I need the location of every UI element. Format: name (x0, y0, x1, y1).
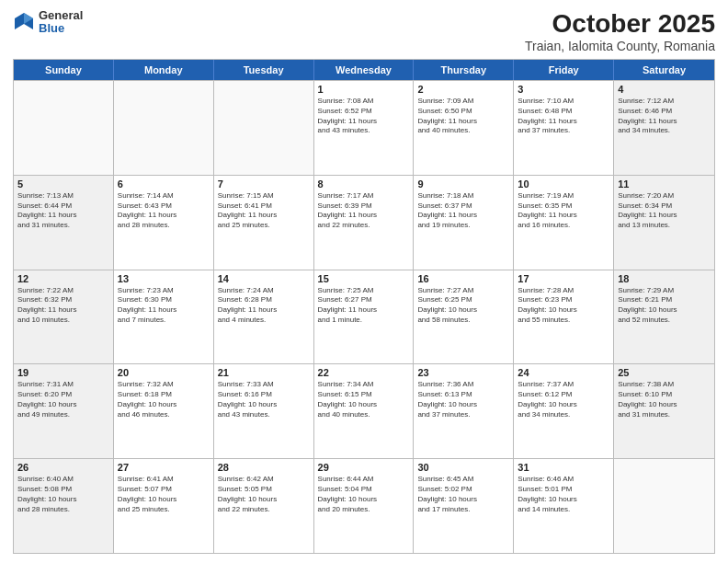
calendar-cell: 8Sunrise: 7:17 AM Sunset: 6:39 PM Daylig… (314, 176, 415, 270)
day-number: 12 (17, 273, 109, 284)
day-number: 30 (417, 462, 509, 473)
day-info: Sunrise: 7:37 AM Sunset: 6:12 PM Dayligh… (518, 380, 609, 419)
calendar-cell (114, 81, 214, 175)
calendar-cell: 25Sunrise: 7:38 AM Sunset: 6:10 PM Dayli… (614, 364, 714, 458)
day-info: Sunrise: 7:22 AM Sunset: 6:32 PM Dayligh… (17, 286, 109, 326)
calendar-week-row: 12Sunrise: 7:22 AM Sunset: 6:32 PM Dayli… (14, 270, 714, 364)
calendar-week-row: 26Sunrise: 6:40 AM Sunset: 5:08 PM Dayli… (14, 458, 714, 553)
day-info: Sunrise: 7:17 AM Sunset: 6:39 PM Dayligh… (318, 191, 410, 231)
day-info: Sunrise: 7:32 AM Sunset: 6:18 PM Dayligh… (118, 380, 210, 419)
calendar-week-row: 5Sunrise: 7:13 AM Sunset: 6:44 PM Daylig… (14, 175, 714, 270)
day-number: 31 (518, 462, 609, 473)
calendar-cell: 15Sunrise: 7:25 AM Sunset: 6:27 PM Dayli… (314, 270, 415, 364)
logo: General Blue (13, 9, 83, 36)
day-info: Sunrise: 7:19 AM Sunset: 6:35 PM Dayligh… (518, 191, 609, 231)
day-info: Sunrise: 7:15 AM Sunset: 6:41 PM Dayligh… (218, 191, 310, 231)
day-info: Sunrise: 7:14 AM Sunset: 6:43 PM Dayligh… (118, 191, 210, 231)
day-number: 7 (218, 178, 310, 190)
day-number: 3 (518, 84, 609, 95)
calendar-cell: 31Sunrise: 6:46 AM Sunset: 5:01 PM Dayli… (514, 459, 614, 553)
day-info: Sunrise: 7:36 AM Sunset: 6:13 PM Dayligh… (417, 380, 509, 419)
calendar-cell: 14Sunrise: 7:24 AM Sunset: 6:28 PM Dayli… (214, 270, 314, 364)
calendar-cell: 1Sunrise: 7:08 AM Sunset: 6:52 PM Daylig… (314, 81, 415, 175)
day-info: Sunrise: 7:28 AM Sunset: 6:23 PM Dayligh… (518, 286, 609, 326)
calendar-week-row: 19Sunrise: 7:31 AM Sunset: 6:20 PM Dayli… (14, 363, 714, 458)
day-number: 11 (618, 178, 711, 190)
logo-blue-text: Blue (39, 22, 83, 35)
day-number: 15 (318, 273, 410, 284)
day-number: 29 (318, 462, 410, 473)
calendar-cell: 2Sunrise: 7:09 AM Sunset: 6:50 PM Daylig… (414, 81, 514, 175)
calendar-cell (14, 81, 114, 175)
calendar-cell: 4Sunrise: 7:12 AM Sunset: 6:46 PM Daylig… (614, 81, 714, 175)
day-number: 8 (318, 178, 410, 190)
day-info: Sunrise: 7:33 AM Sunset: 6:16 PM Dayligh… (218, 380, 310, 419)
day-number: 20 (118, 367, 210, 378)
calendar-cell: 30Sunrise: 6:45 AM Sunset: 5:02 PM Dayli… (414, 459, 514, 553)
calendar-cell: 3Sunrise: 7:10 AM Sunset: 6:48 PM Daylig… (514, 81, 614, 175)
calendar-week-row: 1Sunrise: 7:08 AM Sunset: 6:52 PM Daylig… (14, 80, 714, 175)
day-info: Sunrise: 6:45 AM Sunset: 5:02 PM Dayligh… (417, 475, 509, 514)
day-info: Sunrise: 6:41 AM Sunset: 5:07 PM Dayligh… (118, 475, 210, 514)
logo-text: General Blue (39, 9, 83, 36)
day-number: 28 (218, 462, 310, 473)
calendar-cell: 5Sunrise: 7:13 AM Sunset: 6:44 PM Daylig… (14, 176, 114, 270)
day-number: 16 (417, 273, 509, 284)
day-info: Sunrise: 7:38 AM Sunset: 6:10 PM Dayligh… (618, 380, 711, 419)
day-number: 24 (518, 367, 609, 378)
calendar-cell: 22Sunrise: 7:34 AM Sunset: 6:15 PM Dayli… (314, 364, 415, 458)
day-number: 27 (118, 462, 210, 473)
header: General Blue October 2025 Traian, Ialomi… (13, 9, 715, 53)
page-title: October 2025 (525, 9, 715, 39)
calendar-cell: 27Sunrise: 6:41 AM Sunset: 5:07 PM Dayli… (114, 459, 214, 553)
calendar-cell: 28Sunrise: 6:42 AM Sunset: 5:05 PM Dayli… (214, 459, 314, 553)
calendar-cell: 29Sunrise: 6:44 AM Sunset: 5:04 PM Dayli… (314, 459, 415, 553)
calendar-cell: 6Sunrise: 7:14 AM Sunset: 6:43 PM Daylig… (114, 176, 214, 270)
day-info: Sunrise: 7:10 AM Sunset: 6:48 PM Dayligh… (518, 97, 609, 136)
day-info: Sunrise: 7:25 AM Sunset: 6:27 PM Dayligh… (318, 286, 410, 326)
calendar-cell: 19Sunrise: 7:31 AM Sunset: 6:20 PM Dayli… (14, 364, 114, 458)
day-number: 25 (618, 367, 711, 378)
day-info: Sunrise: 7:20 AM Sunset: 6:34 PM Dayligh… (618, 191, 711, 231)
day-info: Sunrise: 7:34 AM Sunset: 6:15 PM Dayligh… (318, 380, 410, 419)
day-number: 10 (518, 178, 609, 190)
calendar-cell: 10Sunrise: 7:19 AM Sunset: 6:35 PM Dayli… (514, 176, 614, 270)
logo-general-text: General (39, 9, 83, 22)
calendar-day-header: Tuesday (214, 60, 314, 80)
day-number: 9 (417, 178, 509, 190)
day-number: 5 (17, 178, 109, 190)
day-number: 1 (318, 84, 410, 95)
calendar-cell: 7Sunrise: 7:15 AM Sunset: 6:41 PM Daylig… (214, 176, 314, 270)
day-info: Sunrise: 7:24 AM Sunset: 6:28 PM Dayligh… (218, 286, 310, 326)
calendar-cell: 18Sunrise: 7:29 AM Sunset: 6:21 PM Dayli… (614, 270, 714, 364)
day-info: Sunrise: 7:13 AM Sunset: 6:44 PM Dayligh… (17, 191, 109, 231)
page: General Blue October 2025 Traian, Ialomi… (0, 0, 728, 563)
day-number: 19 (17, 367, 109, 378)
day-number: 21 (218, 367, 310, 378)
day-info: Sunrise: 6:44 AM Sunset: 5:04 PM Dayligh… (318, 475, 410, 514)
calendar-cell: 20Sunrise: 7:32 AM Sunset: 6:18 PM Dayli… (114, 364, 214, 458)
calendar-header: SundayMondayTuesdayWednesdayThursdayFrid… (14, 60, 714, 80)
day-number: 23 (417, 367, 509, 378)
day-info: Sunrise: 7:18 AM Sunset: 6:37 PM Dayligh… (417, 191, 509, 231)
logo-icon (13, 11, 35, 33)
day-number: 13 (118, 273, 210, 284)
calendar-cell: 11Sunrise: 7:20 AM Sunset: 6:34 PM Dayli… (614, 176, 714, 270)
calendar-cell (614, 459, 714, 553)
calendar-cell: 24Sunrise: 7:37 AM Sunset: 6:12 PM Dayli… (514, 364, 614, 458)
calendar-cell: 12Sunrise: 7:22 AM Sunset: 6:32 PM Dayli… (14, 270, 114, 364)
calendar-day-header: Saturday (614, 60, 714, 80)
day-info: Sunrise: 7:29 AM Sunset: 6:21 PM Dayligh… (618, 286, 711, 326)
day-info: Sunrise: 6:40 AM Sunset: 5:08 PM Dayligh… (17, 475, 109, 514)
day-number: 18 (618, 273, 711, 284)
day-info: Sunrise: 7:09 AM Sunset: 6:50 PM Dayligh… (417, 97, 509, 136)
day-info: Sunrise: 7:23 AM Sunset: 6:30 PM Dayligh… (118, 286, 210, 326)
calendar-day-header: Thursday (414, 60, 514, 80)
day-number: 14 (218, 273, 310, 284)
day-number: 22 (318, 367, 410, 378)
day-number: 4 (618, 84, 711, 95)
day-number: 2 (417, 84, 509, 95)
day-info: Sunrise: 7:27 AM Sunset: 6:25 PM Dayligh… (417, 286, 509, 326)
calendar-cell: 9Sunrise: 7:18 AM Sunset: 6:37 PM Daylig… (414, 176, 514, 270)
calendar-day-header: Monday (114, 60, 214, 80)
